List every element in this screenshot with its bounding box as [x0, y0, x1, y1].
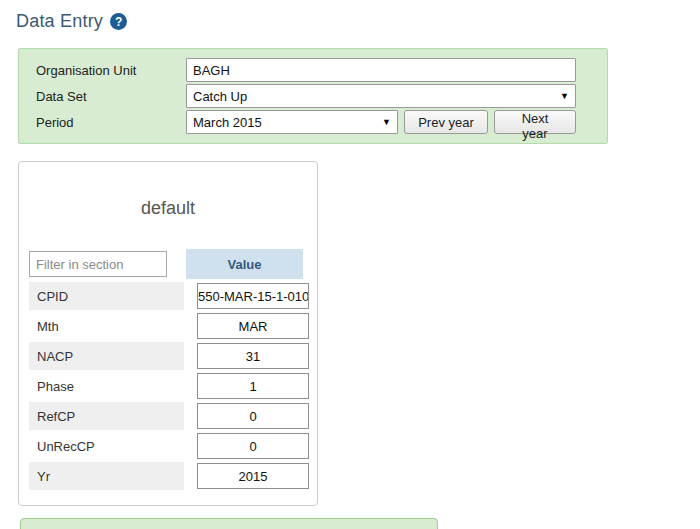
- value-input[interactable]: [197, 403, 309, 429]
- data-set-select[interactable]: Catch Up ▼: [186, 84, 576, 108]
- org-unit-label: Organisation Unit: [36, 63, 186, 78]
- next-year-button[interactable]: Next year: [494, 110, 576, 134]
- data-entry-page: Data Entry ? Organisation Unit Data Set …: [0, 0, 700, 529]
- data-set-row: Data Set Catch Up ▼: [36, 84, 607, 108]
- data-element-label: NACP: [29, 342, 184, 370]
- org-unit-row: Organisation Unit: [36, 58, 607, 82]
- value-input[interactable]: [197, 433, 309, 459]
- filter-panel: Organisation Unit Data Set Catch Up ▼ Pe…: [18, 48, 608, 144]
- page-title: Data Entry: [16, 11, 103, 32]
- period-select[interactable]: March 2015 ▼: [186, 110, 398, 134]
- period-label: Period: [36, 115, 186, 130]
- section-card: default Value CPID Mth: [18, 161, 318, 506]
- org-unit-input[interactable]: [186, 58, 576, 82]
- table-row: Yr: [29, 461, 309, 491]
- data-entry-table: Value CPID Mth NACP: [29, 249, 309, 491]
- table-header-row: Value: [29, 249, 309, 279]
- help-icon[interactable]: ?: [110, 13, 127, 30]
- table-row: Phase: [29, 371, 309, 401]
- section-title: default: [29, 198, 307, 219]
- value-column-header: Value: [186, 249, 303, 279]
- data-element-label: Mth: [29, 312, 184, 340]
- value-input[interactable]: [197, 463, 309, 489]
- period-row: Period March 2015 ▼ Prev year Next year: [36, 110, 607, 134]
- data-element-label: Yr: [29, 462, 184, 490]
- chevron-down-icon: ▼: [560, 91, 569, 101]
- value-input[interactable]: [197, 313, 309, 339]
- value-input[interactable]: [197, 283, 309, 309]
- table-body: CPID Mth NACP Phase: [29, 281, 309, 491]
- value-input[interactable]: [197, 343, 309, 369]
- page-header: Data Entry ?: [0, 0, 700, 32]
- data-element-label: CPID: [29, 282, 184, 310]
- next-section-panel: [20, 518, 438, 529]
- value-input[interactable]: [197, 373, 309, 399]
- table-row: UnRecCP: [29, 431, 309, 461]
- data-set-label: Data Set: [36, 89, 186, 104]
- period-selected-value: March 2015: [193, 115, 262, 130]
- table-row: NACP: [29, 341, 309, 371]
- table-row: RefCP: [29, 401, 309, 431]
- table-row: CPID: [29, 281, 309, 311]
- data-element-label: RefCP: [29, 402, 184, 430]
- chevron-down-icon: ▼: [382, 117, 391, 127]
- prev-year-button[interactable]: Prev year: [404, 110, 488, 134]
- data-element-label: Phase: [29, 372, 184, 400]
- data-set-selected-value: Catch Up: [193, 89, 247, 104]
- section-filter-input[interactable]: [29, 251, 167, 277]
- table-row: Mth: [29, 311, 309, 341]
- data-element-label: UnRecCP: [29, 432, 184, 460]
